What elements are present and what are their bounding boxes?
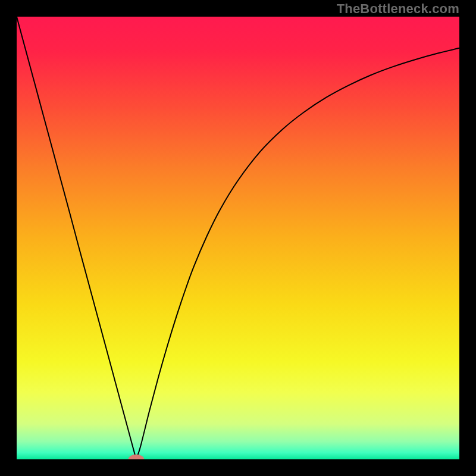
- watermark-text: TheBottleneck.com: [337, 1, 459, 17]
- plot-area: [17, 17, 459, 459]
- gradient-background: [17, 17, 459, 459]
- plot-svg: [17, 17, 459, 459]
- chart-frame: TheBottleneck.com: [0, 0, 476, 476]
